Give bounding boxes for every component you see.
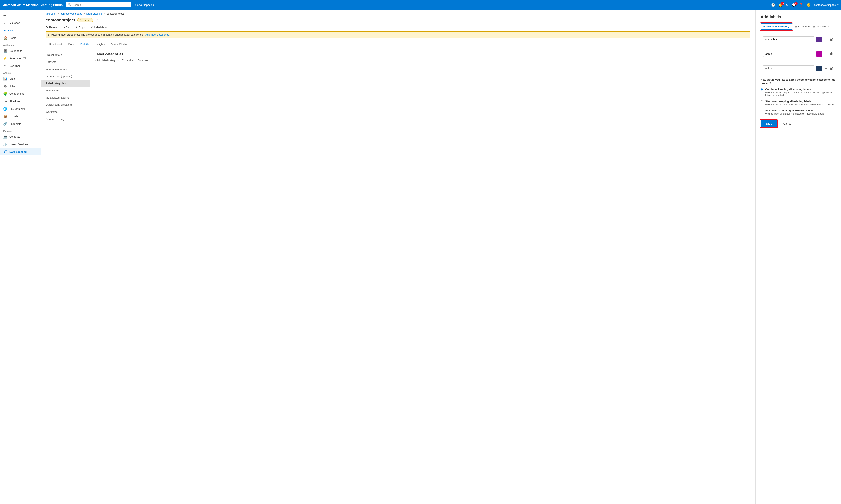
tab-data[interactable]: Data — [65, 40, 77, 48]
workspace-selector[interactable]: This workspace ▾ — [134, 3, 154, 6]
label-color-apple[interactable] — [816, 51, 822, 57]
left-nav-ml-assisted[interactable]: ML assisted labeling — [41, 94, 90, 101]
favorite-star-icon[interactable]: ☆ — [96, 18, 99, 22]
add-label-category-button[interactable]: + Add label category — [94, 59, 119, 62]
delete-apple-button[interactable]: 🗑 — [830, 52, 834, 56]
label-input-cucumber[interactable] — [763, 36, 814, 42]
sidebar-item-designer[interactable]: ✏ Designer — [0, 62, 40, 70]
label-color-cucumber[interactable] — [816, 37, 822, 42]
radio-start-over-keep[interactable] — [760, 101, 763, 103]
label-input-onion[interactable] — [763, 65, 814, 71]
help-icon[interactable]: ❓ — [799, 3, 803, 7]
start-icon: ▷ — [63, 26, 65, 29]
hamburger-icon[interactable]: ☰ — [0, 10, 40, 19]
sidebar-item-environments[interactable]: 🌐 Environments — [0, 105, 40, 113]
sidebar-item-pipelines[interactable]: ⋯ Pipelines — [0, 97, 40, 105]
refresh-button[interactable]: ↻ Refresh — [46, 26, 58, 29]
search-box[interactable]: 🔍 — [66, 2, 131, 7]
status-label: Paused — [83, 19, 91, 22]
new-button[interactable]: ＋ New — [0, 26, 40, 34]
sidebar-item-compute[interactable]: 💻 Compute — [0, 133, 40, 141]
warning-bar: ℹ Missing label categories: The project … — [46, 31, 750, 38]
sidebar-item-jobs[interactable]: ⚙ Jobs — [0, 83, 40, 90]
sidebar-item-endpoints[interactable]: 🔗 Endpoints — [0, 120, 40, 128]
left-nav-workforce[interactable]: Workforce — [41, 108, 90, 115]
left-nav-general-settings[interactable]: General Settings — [41, 115, 90, 123]
left-nav-instructions[interactable]: Instructions — [41, 87, 90, 94]
add-sublabel-cucumber-button[interactable]: ＋ — [824, 37, 828, 42]
breadcrumb-project: contosoproject — [107, 12, 124, 15]
search-input[interactable] — [72, 3, 129, 6]
sidebar-item-automated-ml[interactable]: ⚡ Automated ML — [0, 55, 40, 62]
history-icon[interactable]: 🕐 — [771, 3, 775, 7]
radio-start-over-remove[interactable] — [760, 110, 763, 112]
sidebar-item-components[interactable]: 🧩 Components — [0, 90, 40, 97]
user-menu[interactable]: contosoworkspace ▾ — [814, 3, 839, 6]
sidebar-item-home[interactable]: 🏠 Home — [0, 34, 40, 42]
manage-section: Manage — [0, 128, 40, 133]
sidebar-item-data-labeling[interactable]: 🏷 Data Labeling — [0, 148, 40, 155]
label-data-button[interactable]: ☑ Label data — [91, 26, 107, 29]
add-label-category-panel-button[interactable]: + Add label category — [760, 23, 792, 30]
tab-details[interactable]: Details — [77, 40, 92, 48]
assets-section: Assets — [0, 70, 40, 75]
notifications-icon[interactable]: 🔔 23 — [778, 3, 783, 7]
left-nav-datasets[interactable]: Datasets — [41, 58, 90, 66]
add-sublabel-apple-button[interactable]: ＋ — [824, 52, 828, 56]
sidebar-item-label: Notebooks — [10, 49, 22, 52]
feedback-icon[interactable]: 💬 14 — [792, 3, 796, 7]
plus-icon: ＋ — [3, 29, 6, 32]
sidebar-item-models[interactable]: 📦 Models — [0, 113, 40, 120]
left-nav-label-export[interactable]: Label export (optional) — [41, 73, 90, 80]
left-nav-quality-control[interactable]: Quality control settings — [41, 101, 90, 108]
label-input-apple[interactable] — [763, 51, 814, 57]
breadcrumb-microsoft[interactable]: Microsoft — [46, 12, 56, 15]
delete-cucumber-button[interactable]: 🗑 — [830, 37, 834, 41]
sidebar-item-microsoft[interactable]: ⌂ Microsoft — [0, 19, 40, 26]
panel-actions: Save Cancel — [760, 120, 836, 127]
start-button[interactable]: ▷ Start — [63, 26, 71, 29]
tab-insights[interactable]: Insights — [92, 40, 108, 48]
add-sublabel-onion-button[interactable]: ＋ — [824, 66, 828, 71]
delete-onion-button[interactable]: 🗑 — [830, 66, 834, 70]
collapse-all-panel-button[interactable]: ⊟ Collapse all — [812, 25, 829, 28]
left-nav-label-categories[interactable]: Label categories — [41, 80, 90, 87]
save-button[interactable]: Save — [760, 120, 777, 127]
sidebar: ☰ ⌂ Microsoft ＋ New 🏠 Home Authoring 📓 N… — [0, 10, 41, 504]
warning-text: Missing label categories: The project do… — [51, 33, 144, 36]
export-icon: ↗ — [75, 26, 78, 29]
breadcrumb-workspace[interactable]: contosoworkspace — [60, 12, 82, 15]
workspace-label: This workspace — [134, 3, 152, 6]
sidebar-item-label: Jobs — [10, 85, 15, 88]
cancel-button[interactable]: Cancel — [779, 120, 796, 127]
sidebar-item-notebooks[interactable]: 📓 Notebooks — [0, 47, 40, 55]
label-color-onion[interactable] — [816, 66, 822, 71]
side-panel-title: Add labels — [760, 15, 836, 19]
sidebar-item-data[interactable]: 📊 Data — [0, 75, 40, 83]
warning-link[interactable]: Add label categories. — [145, 33, 170, 36]
endpoints-icon: 🔗 — [3, 122, 7, 126]
main-panel: Microsoft > contosoworkspace > Data Labe… — [41, 10, 755, 504]
sidebar-item-label: Endpoints — [10, 122, 21, 125]
radio-continue[interactable] — [760, 88, 763, 91]
radio-option-continue: Continue, keeping all existing labels We… — [760, 88, 836, 97]
tab-dashboard[interactable]: Dashboard — [46, 40, 65, 48]
collapse-all-button[interactable]: Collapse — [138, 59, 148, 62]
warning-icon: ℹ — [48, 33, 49, 36]
label-cat-toolbar: + Add label category Expand all Collapse — [94, 59, 750, 62]
topbar: Microsoft Azure Machine Learning Studio … — [0, 0, 841, 10]
left-nav-project-details[interactable]: Project details — [41, 51, 90, 58]
expand-all-button[interactable]: Expand all — [122, 59, 134, 62]
tab-vision-studio[interactable]: Vision Studio — [108, 40, 130, 48]
radio-continue-label: Continue, keeping all existing labels — [765, 88, 836, 91]
breadcrumb-data-labeling[interactable]: Data Labeling — [86, 12, 103, 15]
sidebar-item-label: Pipelines — [10, 100, 20, 103]
export-button[interactable]: ↗ Export — [75, 26, 87, 29]
sidebar-item-linked-services[interactable]: 🔗 Linked Services — [0, 141, 40, 148]
settings-icon[interactable]: ⚙ — [786, 3, 789, 7]
left-nav-incremental-refresh[interactable]: Incremental refresh — [41, 66, 90, 73]
topbar-title: Microsoft Azure Machine Learning Studio — [2, 3, 63, 7]
topbar-icons: 🕐 🔔 23 ⚙ 💬 14 ❓ 😊 contosoworkspace ▾ — [771, 3, 839, 7]
smiley-icon[interactable]: 😊 — [807, 3, 811, 7]
expand-all-panel-button[interactable]: ⊞ Expand all — [794, 25, 810, 28]
